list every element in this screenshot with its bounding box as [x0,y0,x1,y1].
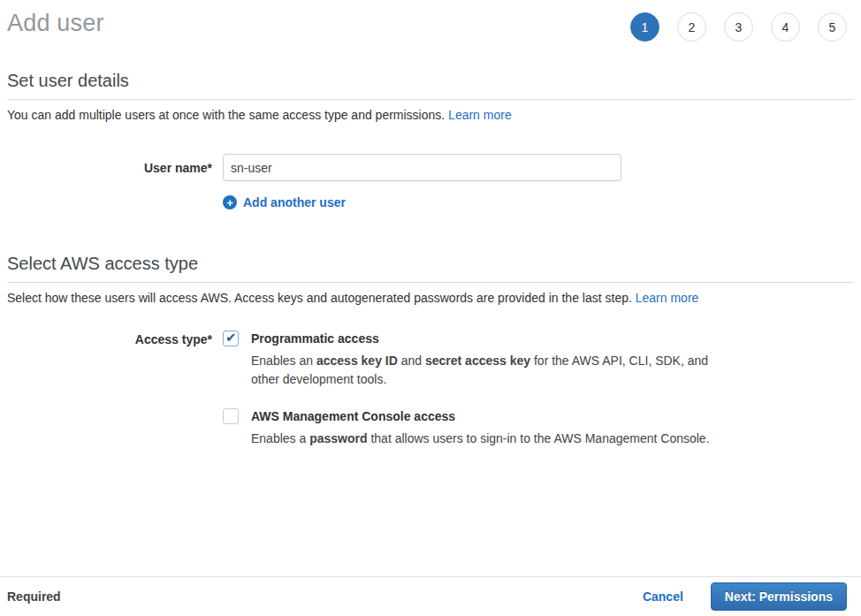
access-type-label: Access type* [0,331,212,346]
required-label: Required [7,589,61,604]
cancel-button[interactable]: Cancel [643,589,683,604]
user-name-input[interactable] [223,154,621,181]
access-type-row: Access type* Programmatic access Enables… [0,331,861,448]
learn-more-link-access-type[interactable]: Learn more [636,291,699,305]
section-divider [7,282,854,283]
wizard-steps: 1 2 3 4 5 [630,12,847,42]
step-indicator-5: 5 [818,12,847,42]
user-name-row: User name* [0,154,861,181]
page-title: Add user [7,10,104,37]
step-indicator-4: 4 [771,12,800,42]
programmatic-access-title: Programmatic access [251,331,721,346]
checkbox-programmatic-access[interactable] [223,331,239,346]
add-icon[interactable]: + [223,195,237,209]
next-permissions-button[interactable]: Next: Permissions [711,582,847,611]
add-user-page: Add user 1 2 3 4 5 Set user details You … [0,0,861,616]
add-another-user-label[interactable]: Add another user [243,195,346,209]
programmatic-access-description: Enables an access key ID and secret acce… [251,352,721,389]
set-user-details-heading: Set user details [7,71,854,91]
access-type-heading: Select AWS access type [7,254,854,274]
learn-more-link-user-details[interactable]: Learn more [448,108,512,122]
step-indicator-3: 3 [724,12,753,42]
user-details-description: You can add multiple users at once with … [7,108,854,122]
checkbox-console-access[interactable] [223,408,239,424]
console-access-title: AWS Management Console access [251,408,710,423]
step-indicator-2: 2 [677,12,706,42]
page-header: Add user 1 2 3 4 5 [0,0,861,42]
section-divider [7,99,854,100]
programmatic-access-option: Programmatic access Enables an access ke… [223,331,721,389]
wizard-footer: Required Cancel Next: Permissions [0,576,861,616]
access-type-description: Select how these users will access AWS. … [7,291,854,305]
user-details-description-text: You can add multiple users at once with … [7,108,445,122]
access-type-description-text: Select how these users will access AWS. … [7,291,632,305]
step-indicator-1: 1 [630,12,659,42]
user-name-label: User name* [0,154,212,175]
console-access-description: Enables a password that allows users to … [251,430,710,448]
console-access-option: AWS Management Console access Enables a … [223,408,721,448]
add-another-user-link[interactable]: + Add another user [223,195,346,209]
